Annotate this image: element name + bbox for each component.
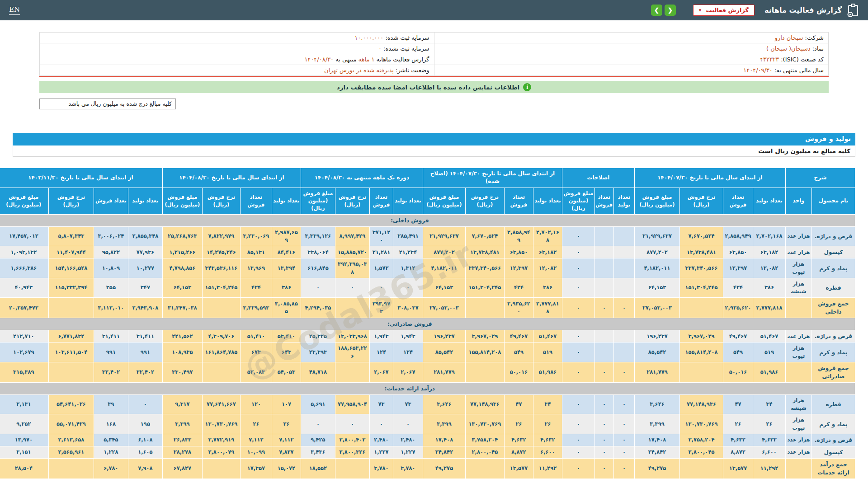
value-cell: ۵۴,۰۵۳ — [272, 362, 301, 382]
value-cell: ۳۱,۳۴۷,۰۳۸ — [162, 298, 202, 318]
value-cell: ۰ — [594, 414, 613, 434]
value-cell: ۰ — [562, 298, 594, 318]
value-cell: ۱۰,۰۹۹ — [240, 446, 272, 458]
value-cell: ۴۹,۲۷۵ — [634, 458, 679, 479]
value-cell — [594, 278, 613, 298]
table-row: پماد و کرمهزار تیوپ۲۶۲۶۱۳۰,۷۳۰,۷۶۹۳,۳۹۹۰… — [0, 414, 855, 434]
info-value: پذیرفته شده در بورس تهران — [324, 67, 394, 74]
value-cell: ۶۳,۸۵۰ — [723, 246, 753, 258]
value-cell — [613, 246, 634, 258]
value-cell: ۰ — [613, 414, 634, 434]
value-cell: ۲۱۲,۷۱۰ — [0, 330, 48, 343]
value-cell: ۲۷,۰۵۳,۰۰۳ — [423, 298, 465, 318]
product-name-cell: پماد و کرم — [812, 343, 855, 362]
value-cell: ۱۳۰,۷۳۰,۷۶۹ — [679, 414, 723, 434]
value-cell: ۹۵,۸۲۲ — [94, 246, 128, 258]
value-cell — [335, 298, 369, 318]
value-cell: ۵۱,۴۶۷ — [753, 330, 785, 343]
value-cell: ۱,۳۱۲ — [393, 258, 423, 278]
product-name-cell: کپسول — [812, 446, 855, 458]
value-cell: ۶۴۳ — [272, 343, 301, 362]
value-cell: ۸,۸۷۲ — [723, 446, 753, 458]
prev-report-button[interactable]: ❮ — [651, 5, 662, 16]
value-cell: ۲,۴۸۰ — [369, 434, 393, 446]
value-cell: ۲۶ — [723, 414, 753, 434]
clipboard-report-icon — [847, 4, 859, 17]
value-cell: ۳۲,۴۰۲ — [94, 362, 128, 382]
header-col: تعداد فروش — [723, 188, 753, 214]
value-cell: ۰ — [562, 414, 594, 434]
value-cell: ۱۰۷ — [272, 394, 301, 414]
language-toggle[interactable]: EN — [9, 5, 20, 15]
value-cell: ۱,۰۹۳,۱۳۲ — [0, 246, 48, 258]
next-report-button[interactable]: ❯ — [665, 5, 676, 16]
unit-cell: هزار تیوپ — [785, 343, 811, 362]
value-cell: ۷,۹۰۸ — [128, 458, 162, 479]
value-cell: ۳,۷۵۸,۲۰۴ — [465, 434, 504, 446]
report-type-dropdown[interactable]: گزارش فعالیت ▾ — [693, 5, 755, 16]
value-cell: ۵۲,۰۸۳ — [240, 362, 272, 382]
value-cell: ۲,۸۵۵,۳۴۸ — [128, 226, 162, 246]
value-cell: ۲۶ — [504, 414, 533, 434]
unit-cell: هزار تیوپ — [785, 258, 811, 278]
value-cell: ۲۶ — [240, 414, 272, 434]
value-cell: ۳۸۶ — [753, 278, 785, 298]
value-cell: ۳۲,۴۰۲ — [128, 362, 162, 382]
table-row: قطرههزار شیشه۳۴۴۷۷۷,۱۴۸,۹۳۶۳,۶۲۶۰۰۰۳۴۴۷۷… — [0, 394, 855, 414]
info-label: گزارش فعالیت ماهانه — [375, 56, 429, 63]
value-cell: ۵۵,۰۷۱,۴۲۹ — [48, 414, 94, 434]
value-cell: ۸,۹۹۷,۴۲۹ — [335, 226, 369, 246]
report-navigation: ❮ ❯ — [651, 5, 676, 16]
amounts-note-box: کلیه مبالغ درج شده به میلیون ریال می باش… — [39, 99, 176, 109]
value-cell: ۳,۰۸۵,۸۵۵ — [272, 298, 301, 318]
value-cell: ۳,۶۲۶ — [423, 394, 465, 414]
value-cell: ۰ — [393, 278, 423, 298]
product-name-cell: جمع درآمد ارائه خدمات — [812, 458, 855, 479]
value-cell: ۱,۲۲۷ — [369, 446, 393, 458]
info-value: سبحان دارو — [775, 34, 803, 41]
value-cell: ۱۷,۴۰۸ — [634, 434, 679, 446]
info-cell: کد صنعت (ISIC): ۴۳۲۳۲۳ — [434, 54, 829, 65]
value-cell: ۰ — [562, 226, 594, 246]
value-cell: ۵۱,۴۶۷ — [533, 330, 562, 343]
table-row: کپسولهزار عدد۶,۶۰۰۸,۸۷۲۲,۸۰۰,۰۴۵۲۴,۸۴۲۰۰… — [0, 446, 855, 458]
value-cell: ۴۹,۲۷۵ — [423, 458, 465, 479]
info-value: ۰ — [378, 45, 382, 52]
value-cell: ۹۹۱ — [128, 343, 162, 362]
value-cell: ۱۱,۴۰۷,۹۴۴ — [48, 246, 94, 258]
info-icon: i — [523, 83, 531, 91]
value-cell: ۲,۸۰۰,۰۴۵ — [679, 446, 723, 458]
value-cell: ۰ — [594, 362, 613, 382]
section-row: فروش صادراتی: — [0, 318, 855, 330]
value-cell: ۰ — [594, 458, 613, 479]
page: گزارش فعالیت ماهانه گزارش فعالیت ▾ ❮ ❯ E… — [0, 0, 868, 488]
value-cell: ۲۰,۲۵۷,۴۷۳ — [0, 298, 48, 318]
value-cell: ۲۱,۹۲۹,۶۳۷ — [423, 226, 465, 246]
header-col: تعداد فروش — [504, 188, 533, 214]
value-cell: ۱۳۰,۷۳۰,۷۶۹ — [465, 414, 504, 434]
info-cell: سرمایه ثبت شده: ۱۰,۰۰۰,۰۰۰ — [40, 33, 434, 43]
info-table-body: شرکت: سبحان دارو سرمایه ثبت شده: ۱۰,۰۰۰,… — [40, 33, 829, 76]
header-col: تعداد تولید — [533, 188, 562, 214]
value-cell: ۸۷۷,۲۰۲ — [423, 246, 465, 258]
value-cell: ۳,۳۲۹,۵۹۳ — [240, 298, 272, 318]
value-cell: ۱۵۱,۳۰۴,۲۴۵ — [679, 278, 723, 298]
value-cell: ۷,۱۱۲ — [240, 434, 272, 446]
signature-notice-text: اطلاعات نمایش داده شده با اطلاعات امضا ش… — [337, 84, 520, 91]
value-cell: ۶۳,۱۸۲ — [753, 246, 785, 258]
info-label: سرمایه ثبت نشده: — [382, 45, 429, 52]
value-cell: ۳,۶۲۶ — [634, 394, 679, 414]
value-cell: ۳,۷۸۰ — [393, 458, 423, 479]
value-cell: ۵۱,۴۱۰ — [240, 330, 272, 343]
value-cell: ۳۸۶ — [272, 278, 301, 298]
value-cell: ۷۷,۹۳۶ — [128, 246, 162, 258]
info-value: ۱۴۰۴/۰۹/۳۰ — [743, 67, 773, 74]
header-col: نام محصول — [812, 188, 855, 214]
header-col: تعداد فروش — [369, 188, 393, 214]
value-cell: ۰ — [301, 278, 335, 298]
value-cell: ۱۵۱,۳۰۴,۲۴۵ — [465, 278, 504, 298]
header-col: تعداد فروش — [594, 188, 613, 214]
value-cell: ۱,۹۴۳ — [369, 330, 393, 343]
value-cell: ۷۷,۱۴۸,۹۳۶ — [679, 394, 723, 414]
value-cell: ۱۵۴,۱۶۶,۵۲۸ — [48, 258, 94, 278]
